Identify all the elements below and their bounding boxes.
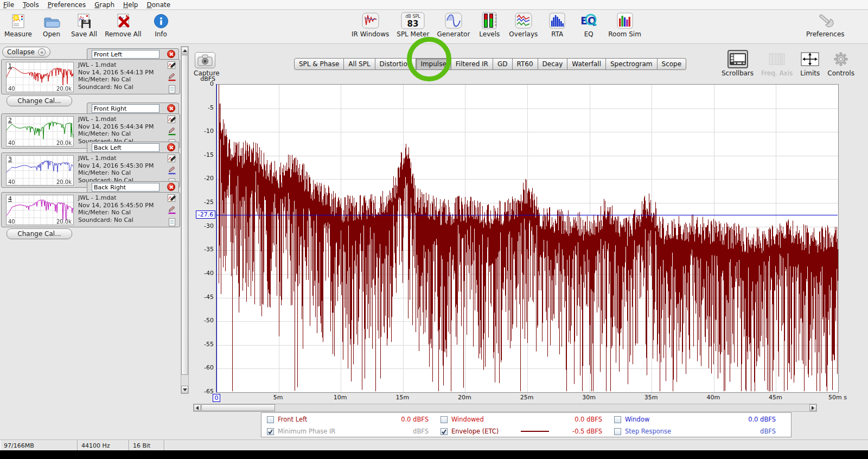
- toolbar-button-rta[interactable]: RTA: [545, 12, 569, 38]
- measurement-mic-cal: Mic/Meter: No Cal: [78, 209, 154, 216]
- measurement-body-back-right[interactable]: 44020.0kJWL - 1.mdatNov 14, 2016 5:45:50…: [1, 192, 180, 227]
- measurement-name-input-back-left[interactable]: [92, 143, 159, 152]
- trace-color-icon[interactable]: [168, 73, 176, 83]
- time-cursor-line[interactable]: [216, 84, 217, 392]
- tab-impulse[interactable]: Impulse: [416, 58, 451, 70]
- tab-gd[interactable]: GD: [493, 58, 513, 70]
- menu-item-graph[interactable]: Graph: [94, 1, 114, 9]
- measurement-date: Nov 14, 2016 5:45:30 PM: [78, 162, 154, 170]
- menu-item-tools[interactable]: Tools: [23, 1, 39, 9]
- notes-icon[interactable]: [168, 85, 176, 95]
- capture-button[interactable]: [195, 52, 215, 68]
- measurement-body-front-left[interactable]: 14020.0kJWL - 1.mdatNov 14, 2016 5:44:13…: [1, 59, 180, 94]
- sidebar-scroll-thumb[interactable]: [181, 55, 188, 375]
- legend-checkbox-minimum-phase-ir[interactable]: [267, 428, 274, 435]
- scroll-down-button[interactable]: [181, 386, 188, 393]
- camera-icon: [197, 54, 213, 67]
- y-tick-label: -45: [195, 294, 214, 301]
- toolbar-button-levels[interactable]: 0369Levels: [477, 12, 501, 38]
- trace-color-icon[interactable]: [168, 127, 176, 137]
- close-measurement-icon[interactable]: [167, 143, 175, 151]
- y-tick-label: -50: [195, 317, 214, 324]
- collapse-button[interactable]: Collapse «: [2, 47, 50, 58]
- toolbar-left-group: MeasureOpenSave AllRemove AllInfo: [4, 12, 173, 38]
- legend-checkbox-window[interactable]: [614, 416, 621, 423]
- menu-item-help[interactable]: Help: [123, 1, 138, 9]
- y-tick-label: -20: [195, 175, 214, 182]
- tab-filtered-ir[interactable]: Filtered IR: [451, 58, 493, 70]
- toolbar-label-eq: EQ: [584, 30, 593, 38]
- thumb-freq-high: 20.0k: [56, 140, 72, 146]
- legend-checkbox-step-response[interactable]: [614, 428, 621, 435]
- scroll-right-button[interactable]: [809, 404, 816, 411]
- close-measurement-icon[interactable]: [167, 50, 175, 58]
- x-tick-label: 10m: [325, 394, 355, 401]
- toolbar-button-remove-all[interactable]: Remove All: [105, 12, 141, 38]
- sidebar-scrollbar[interactable]: [181, 46, 189, 394]
- toolbar-button-eq[interactable]: EQEQ: [577, 12, 601, 38]
- measurement-mic-cal: Mic/Meter: No Cal: [78, 169, 154, 177]
- menu-item-donate[interactable]: Donate: [146, 1, 170, 9]
- measurement-soundcard-cal: Soundcard: No Cal: [78, 216, 154, 224]
- tab-rt60[interactable]: RT60: [513, 58, 538, 70]
- edit-measurement-icon[interactable]: [168, 116, 176, 125]
- edit-measurement-icon[interactable]: [168, 61, 176, 71]
- measurements-panel: Collapse « 14020.0kJWL - 1.mdatNov 14, 2…: [0, 44, 191, 395]
- thumb-freq-low: 40: [8, 86, 15, 92]
- measurement-thumbnail: 24020.0k: [6, 116, 74, 146]
- measurement-file: JWL - 1.mdat: [78, 116, 154, 123]
- trace-color-icon[interactable]: [168, 167, 176, 176]
- time-cursor-value: 0: [213, 394, 220, 402]
- tab-spectrogram[interactable]: Spectrogram: [606, 58, 658, 70]
- measurement-tab-back-left: [87, 142, 179, 153]
- change-cal-button[interactable]: Change Cal...: [7, 228, 72, 239]
- toolbar-button-save-all[interactable]: Save All: [71, 12, 97, 38]
- tab-decay[interactable]: Decay: [538, 58, 568, 70]
- toolbar-button-preferences[interactable]: Preferences: [806, 12, 845, 38]
- tab-spl-phase[interactable]: SPL & Phase: [294, 58, 344, 70]
- close-measurement-icon[interactable]: [167, 183, 175, 191]
- time-axis-scrollbar[interactable]: [193, 404, 817, 412]
- notes-icon[interactable]: [168, 218, 176, 228]
- change-cal-button[interactable]: Change Cal...: [7, 95, 72, 106]
- measurement-number[interactable]: 2: [8, 117, 12, 124]
- level-marker-line[interactable]: [216, 215, 838, 215]
- legend-checkbox-front-left[interactable]: [267, 416, 274, 423]
- tab-waterfall[interactable]: Waterfall: [567, 58, 606, 70]
- legend-label-envelope-etc-: Envelope (ETC): [451, 428, 499, 435]
- toolbar-button-room-sim[interactable]: Room Sim: [608, 12, 641, 38]
- measurement-name-input-front-right[interactable]: [92, 104, 159, 113]
- menu-item-preferences[interactable]: Preferences: [48, 1, 86, 9]
- toolbar-button-info[interactable]: Info: [149, 12, 173, 38]
- measurement-name-input-back-right[interactable]: [92, 183, 159, 192]
- graph-button-limits[interactable]: Limits: [800, 50, 820, 77]
- scroll-left-button[interactable]: [194, 404, 201, 411]
- toolbar-button-ir-windows[interactable]: IR Windows: [352, 12, 389, 38]
- graph-button-scrollbars[interactable]: Scrollbars: [722, 50, 754, 77]
- menu-item-file[interactable]: File: [3, 1, 14, 9]
- toolbar-button-measure[interactable]: Measure: [4, 12, 32, 38]
- legend-checkbox-envelope-etc-[interactable]: [441, 428, 448, 435]
- x-tick-label: 45m: [760, 394, 790, 401]
- toolbar-button-spl-meter[interactable]: dB SPL83SPL Meter: [397, 12, 429, 38]
- measurement-number[interactable]: 1: [8, 62, 12, 69]
- legend-checkbox-windowed[interactable]: [441, 416, 448, 423]
- toolbar-button-overlays[interactable]: Overlays: [509, 12, 538, 38]
- edit-measurement-icon[interactable]: [168, 155, 176, 164]
- edit-measurement-icon[interactable]: [168, 194, 176, 204]
- tab-scope[interactable]: Scope: [658, 58, 687, 70]
- impulse-plot[interactable]: [216, 84, 839, 393]
- tab-all-spl[interactable]: All SPL: [344, 58, 375, 70]
- time-scroll-thumb[interactable]: [201, 404, 275, 411]
- scroll-up-button[interactable]: [181, 47, 188, 54]
- measurement-number[interactable]: 4: [8, 195, 12, 202]
- measurement-name-input-front-left[interactable]: [92, 50, 159, 59]
- toolbar-button-generator[interactable]: Generator: [437, 12, 470, 38]
- graph-button-controls[interactable]: Controls: [827, 50, 854, 77]
- trace-color-icon[interactable]: [168, 206, 176, 216]
- measurement-date: Nov 14, 2016 5:45:50 PM: [78, 202, 154, 209]
- toolbar-button-open[interactable]: Open: [40, 12, 63, 38]
- tab-distortion[interactable]: Distortion: [375, 58, 417, 70]
- close-measurement-icon[interactable]: [167, 104, 175, 112]
- measurement-number[interactable]: 3: [8, 156, 12, 163]
